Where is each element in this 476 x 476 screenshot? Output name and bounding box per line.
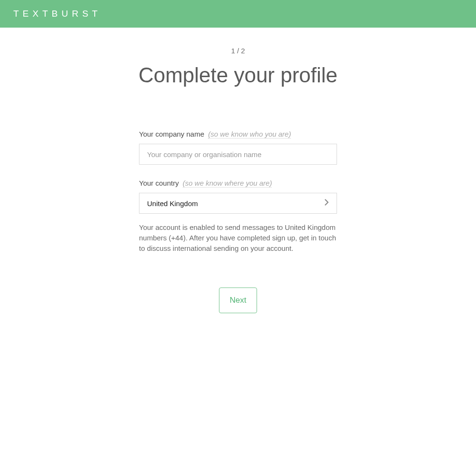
country-label: Your country bbox=[139, 179, 179, 187]
company-label: Your company name bbox=[139, 130, 204, 138]
company-field-group: Your company name (so we know who you ar… bbox=[139, 130, 337, 165]
chevron-right-icon bbox=[325, 199, 329, 208]
company-hint: (so we know who you are) bbox=[208, 130, 291, 139]
brand-logo: TEXTBURST bbox=[13, 9, 101, 19]
country-select[interactable]: United Kingdom bbox=[139, 193, 337, 214]
step-progress: 1 / 2 bbox=[231, 47, 245, 55]
company-input[interactable] bbox=[139, 144, 337, 165]
company-label-row: Your company name (so we know who you ar… bbox=[139, 130, 337, 138]
next-button[interactable]: Next bbox=[219, 288, 258, 313]
country-value: United Kingdom bbox=[147, 199, 325, 208]
actions-row: Next bbox=[139, 288, 337, 313]
country-field-group: Your country (so we know where you are) … bbox=[139, 179, 337, 253]
profile-form: Your company name (so we know who you ar… bbox=[139, 130, 337, 313]
page-title: Complete your profile bbox=[139, 63, 337, 87]
country-helper-text: Your account is enabled to send messages… bbox=[139, 222, 337, 253]
country-hint: (so we know where you are) bbox=[183, 179, 272, 188]
main-content: 1 / 2 Complete your profile Your company… bbox=[0, 28, 476, 313]
app-header: TEXTBURST bbox=[0, 0, 476, 28]
country-label-row: Your country (so we know where you are) bbox=[139, 179, 337, 187]
